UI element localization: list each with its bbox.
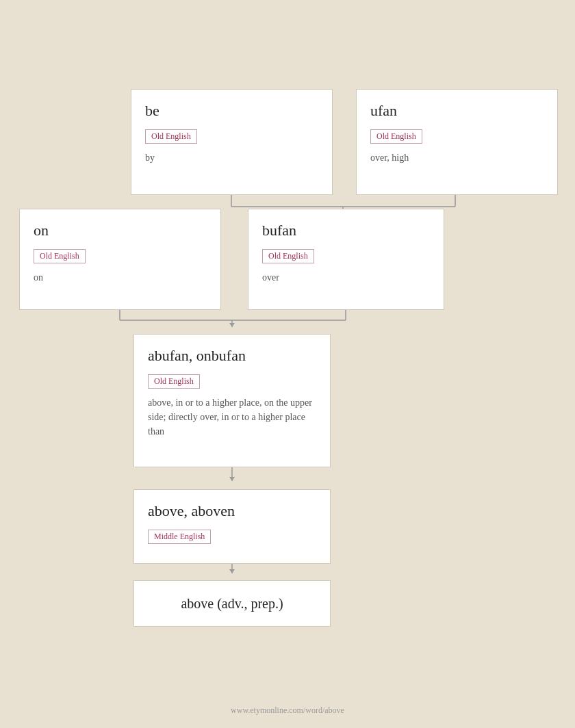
above-aboven-lang-badge: Middle English (148, 530, 211, 544)
be-title: be (145, 102, 318, 120)
bufan-card: bufan Old English over (248, 209, 444, 310)
svg-marker-9 (229, 323, 235, 327)
above-aboven-title: above, aboven (148, 502, 316, 520)
bufan-title: bufan (262, 222, 430, 239)
abufan-card: abufan, onbufan Old English above, in or… (133, 334, 331, 467)
above-card: above (adv., prep.) (133, 580, 331, 627)
svg-marker-11 (229, 477, 235, 481)
ufan-card: ufan Old English over, high (356, 89, 558, 195)
bufan-lang-badge: Old English (262, 249, 314, 263)
footer-url: www.etymonline.com/word/above (0, 705, 575, 716)
above-title: above (adv., prep.) (181, 596, 283, 612)
be-def: by (145, 151, 318, 165)
svg-marker-13 (229, 569, 235, 573)
on-title: on (34, 222, 207, 239)
be-card: be Old English by (131, 89, 333, 195)
ufan-title: ufan (370, 102, 544, 120)
abufan-def: above, in or to a higher place, on the u… (148, 395, 316, 439)
bufan-def: over (262, 270, 430, 285)
page-wrapper: be Old English by ufan Old English over,… (0, 0, 575, 728)
above-aboven-card: above, aboven Middle English (133, 489, 331, 564)
on-card: on Old English on (19, 209, 221, 310)
ufan-def: over, high (370, 151, 544, 165)
abufan-lang-badge: Old English (148, 374, 200, 389)
abufan-title: abufan, onbufan (148, 347, 316, 365)
on-lang-badge: Old English (34, 249, 86, 263)
be-lang-badge: Old English (145, 129, 197, 144)
ufan-lang-badge: Old English (370, 129, 422, 144)
on-def: on (34, 270, 207, 285)
